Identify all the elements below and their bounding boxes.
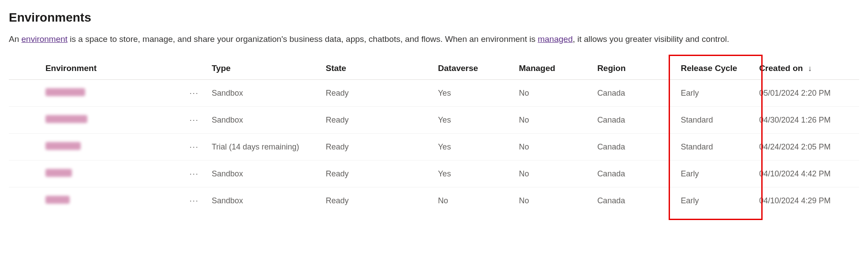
type-cell: Sandbox xyxy=(207,107,322,134)
state-cell: Ready xyxy=(321,80,434,107)
environment-name-cell[interactable] xyxy=(45,134,181,161)
managed-cell: No xyxy=(515,107,593,134)
type-cell: Sandbox xyxy=(207,161,322,187)
intro-part2: is a space to store, manage, and share y… xyxy=(67,34,538,44)
state-cell: Ready xyxy=(321,187,434,214)
dataverse-cell: Yes xyxy=(434,80,515,107)
dataverse-cell: Yes xyxy=(434,134,515,161)
created-on-cell: 05/01/2024 2:20 PM xyxy=(755,80,859,107)
release-cycle-cell: Standard xyxy=(677,107,755,134)
row-more-button[interactable]: ··· xyxy=(188,114,200,126)
more-icon: ··· xyxy=(190,142,199,152)
more-icon: ··· xyxy=(190,89,199,98)
row-select-cell[interactable] xyxy=(9,187,45,214)
release-cycle-cell: Early xyxy=(677,187,755,214)
row-menu-cell: ··· xyxy=(181,161,207,187)
row-menu-cell: ··· xyxy=(181,187,207,214)
row-select-cell[interactable] xyxy=(9,107,45,134)
region-cell: Canada xyxy=(593,134,676,161)
col-environment[interactable]: Environment xyxy=(45,57,181,80)
environment-name-cell[interactable] xyxy=(45,187,181,214)
environment-name-redacted xyxy=(45,115,87,123)
row-select-cell[interactable] xyxy=(9,80,45,107)
environment-name-redacted xyxy=(45,169,72,177)
dataverse-cell: Yes xyxy=(434,161,515,187)
environment-name-redacted xyxy=(45,142,81,150)
environment-name-cell[interactable] xyxy=(45,80,181,107)
region-cell: Canada xyxy=(593,80,676,107)
table-row[interactable]: ··· Sandbox Ready Yes No Canada Early 04… xyxy=(9,161,859,187)
state-cell: Ready xyxy=(321,107,434,134)
release-cycle-cell: Early xyxy=(677,161,755,187)
type-cell: Sandbox xyxy=(207,80,322,107)
environment-name-redacted xyxy=(45,88,85,96)
more-icon: ··· xyxy=(190,169,199,179)
created-on-cell: 04/10/2024 4:42 PM xyxy=(755,161,859,187)
row-more-button[interactable]: ··· xyxy=(188,194,200,207)
managed-cell: No xyxy=(515,80,593,107)
row-more-button[interactable]: ··· xyxy=(188,141,200,153)
managed-cell: No xyxy=(515,161,593,187)
col-managed[interactable]: Managed xyxy=(515,57,593,80)
region-cell: Canada xyxy=(593,187,676,214)
col-created-on-label: Created on xyxy=(759,64,803,73)
row-more-button[interactable]: ··· xyxy=(188,168,200,180)
table-row[interactable]: ··· Sandbox Ready Yes No Canada Early 05… xyxy=(9,80,859,107)
col-release-cycle[interactable]: Release Cycle xyxy=(677,57,755,80)
page-title: Environments xyxy=(9,11,859,25)
created-on-cell: 04/30/2024 1:26 PM xyxy=(755,107,859,134)
row-select-cell[interactable] xyxy=(9,161,45,187)
row-menu-cell: ··· xyxy=(181,134,207,161)
state-cell: Ready xyxy=(321,134,434,161)
intro-part1: An xyxy=(9,34,22,44)
state-cell: Ready xyxy=(321,161,434,187)
table-row[interactable]: ··· Trial (14 days remaining) Ready Yes … xyxy=(9,134,859,161)
environments-table: Environment Type State Dataverse Managed… xyxy=(9,57,859,214)
col-select xyxy=(9,57,45,80)
environments-table-wrap: Environment Type State Dataverse Managed… xyxy=(9,57,859,214)
table-row[interactable]: ··· Sandbox Ready Yes No Canada Standard… xyxy=(9,107,859,134)
col-menu xyxy=(181,57,207,80)
table-row[interactable]: ··· Sandbox Ready No No Canada Early 04/… xyxy=(9,187,859,214)
created-on-cell: 04/24/2024 2:05 PM xyxy=(755,134,859,161)
col-created-on[interactable]: Created on ↓ xyxy=(755,57,859,80)
dataverse-cell: Yes xyxy=(434,107,515,134)
region-cell: Canada xyxy=(593,161,676,187)
more-icon: ··· xyxy=(190,116,199,125)
table-header-row: Environment Type State Dataverse Managed… xyxy=(9,57,859,80)
environment-name-cell[interactable] xyxy=(45,161,181,187)
row-menu-cell: ··· xyxy=(181,80,207,107)
release-cycle-cell: Standard xyxy=(677,134,755,161)
col-dataverse[interactable]: Dataverse xyxy=(434,57,515,80)
row-more-button[interactable]: ··· xyxy=(188,87,200,99)
environment-name-cell[interactable] xyxy=(45,107,181,134)
row-menu-cell: ··· xyxy=(181,107,207,134)
dataverse-cell: No xyxy=(434,187,515,214)
environment-link[interactable]: environment xyxy=(22,34,68,44)
col-state[interactable]: State xyxy=(321,57,434,80)
environment-name-redacted xyxy=(45,196,70,204)
managed-cell: No xyxy=(515,187,593,214)
region-cell: Canada xyxy=(593,107,676,134)
sort-descending-icon: ↓ xyxy=(808,64,812,73)
managed-cell: No xyxy=(515,134,593,161)
created-on-cell: 04/10/2024 4:29 PM xyxy=(755,187,859,214)
more-icon: ··· xyxy=(190,196,199,205)
intro-part3: , it allows you greater visibility and c… xyxy=(572,34,729,44)
type-cell: Sandbox xyxy=(207,187,322,214)
col-region[interactable]: Region xyxy=(593,57,676,80)
type-cell: Trial (14 days remaining) xyxy=(207,134,322,161)
col-type[interactable]: Type xyxy=(207,57,322,80)
managed-link[interactable]: managed xyxy=(538,34,572,44)
intro-text: An environment is a space to store, mana… xyxy=(9,34,859,44)
release-cycle-cell: Early xyxy=(677,80,755,107)
row-select-cell[interactable] xyxy=(9,134,45,161)
